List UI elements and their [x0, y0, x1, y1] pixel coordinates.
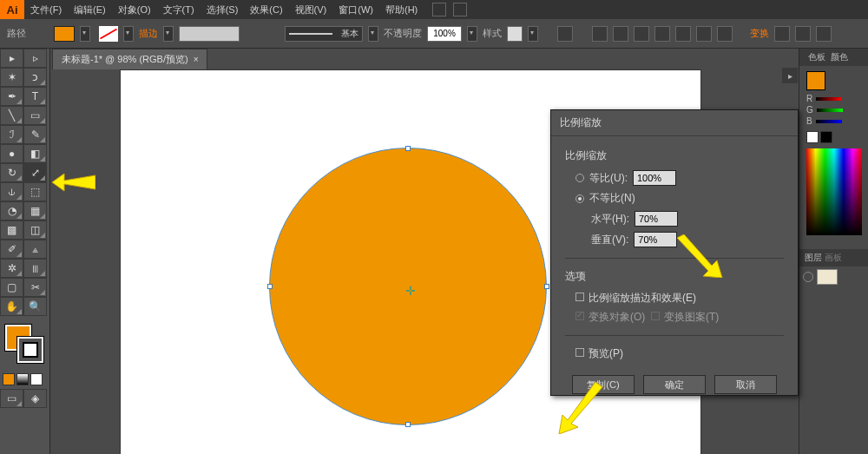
cancel-button[interactable]: 取消 — [714, 375, 777, 394]
opacity-input[interactable]: 100% — [427, 26, 462, 42]
layer-visibility-icon[interactable] — [803, 272, 813, 282]
copy-button[interactable]: 复制(C) — [572, 375, 635, 394]
free-transform-tool[interactable]: ⬚ — [23, 182, 47, 201]
panel-collapse-icon[interactable]: ▸ — [782, 68, 798, 83]
scale-strokes-checkbox[interactable] — [575, 293, 584, 301]
anchor-bottom[interactable] — [405, 422, 411, 427]
align-3-icon[interactable] — [634, 26, 649, 42]
menu-file[interactable]: 文件(F) — [24, 3, 68, 16]
align-1-icon[interactable] — [592, 26, 608, 42]
horizontal-input[interactable]: 70% — [635, 211, 678, 227]
layout-icon[interactable] — [432, 3, 446, 16]
anchor-left[interactable] — [267, 284, 273, 289]
perspective-tool[interactable]: ▦ — [23, 201, 47, 220]
brush-profile[interactable]: 基本 — [285, 26, 363, 42]
swatches-tab[interactable]: 色板 — [808, 51, 825, 63]
gradient-tool[interactable]: ◫ — [23, 220, 47, 240]
align-5-icon[interactable] — [675, 26, 691, 42]
graph-tool[interactable]: ⫼ — [23, 259, 47, 278]
symbol-sprayer-tool[interactable]: ✲ — [0, 259, 23, 278]
g-slider[interactable] — [817, 109, 843, 112]
line-tool[interactable]: ╲ — [0, 106, 23, 125]
panel-black-icon[interactable] — [820, 131, 832, 143]
layer-row[interactable] — [799, 266, 868, 287]
align-6-icon[interactable] — [696, 26, 712, 42]
slice-tool[interactable]: ✂ — [23, 278, 47, 297]
stroke-label[interactable]: 描边 — [139, 27, 158, 40]
b-slider[interactable] — [816, 120, 842, 123]
scale-tool[interactable]: ⤢ — [23, 163, 47, 182]
panel-fill-swatch[interactable] — [806, 71, 825, 90]
menu-help[interactable]: 帮助(H) — [379, 3, 424, 16]
anchor-top[interactable] — [405, 146, 411, 151]
color-tab[interactable]: 颜色 — [831, 51, 848, 63]
artboards-tab[interactable]: 画板 — [825, 253, 842, 262]
align-7-icon[interactable] — [717, 26, 733, 42]
align-2-icon[interactable] — [613, 26, 628, 42]
shape-builder-tool[interactable]: ◔ — [0, 201, 23, 220]
artboard-tool[interactable]: ▢ — [0, 278, 23, 297]
gradient-mode-icon[interactable] — [16, 373, 29, 385]
panel-none-icon[interactable] — [806, 131, 819, 143]
menu-type[interactable]: 文字(T) — [157, 3, 201, 16]
magic-wand-tool[interactable]: ✶ — [0, 68, 23, 87]
mesh-tool[interactable]: ▩ — [0, 220, 23, 240]
menu-object[interactable]: 对象(O) — [112, 3, 157, 16]
stroke-weight-field[interactable] — [179, 26, 240, 42]
fill-stroke-block[interactable] — [0, 319, 49, 378]
stroke-none-swatch[interactable] — [99, 26, 118, 42]
rotate-tool[interactable]: ↻ — [0, 163, 23, 182]
hand-tool[interactable]: ✋ — [0, 297, 23, 316]
color-mode-icon[interactable] — [3, 373, 15, 385]
transform-icon-2[interactable] — [795, 26, 811, 42]
screen-mode-tool[interactable]: ▭ — [0, 389, 23, 408]
width-tool[interactable]: ⫝ — [0, 182, 23, 201]
pencil-tool[interactable]: ✎ — [23, 125, 47, 144]
paintbrush-tool[interactable]: ℐ — [0, 125, 23, 144]
fill-swatch[interactable] — [54, 26, 75, 42]
menu-window[interactable]: 窗口(W) — [332, 3, 379, 16]
rectangle-tool[interactable]: ▭ — [23, 106, 47, 125]
nonuniform-radio[interactable] — [575, 194, 584, 203]
lasso-tool[interactable]: ɔ — [23, 68, 47, 87]
preview-checkbox[interactable] — [575, 348, 584, 357]
menu-effect[interactable]: 效果(C) — [244, 3, 288, 16]
close-tab-icon[interactable]: × — [194, 55, 199, 64]
document-tab[interactable]: 未标题-1* @ 98% (RGB/预览) × — [52, 49, 207, 69]
pen-tool[interactable]: ✒ — [0, 87, 23, 106]
r-slider[interactable] — [816, 97, 842, 101]
draw-mode-tool[interactable]: ◈ — [23, 389, 47, 408]
uniform-input[interactable]: 100% — [633, 170, 676, 186]
eraser-tool[interactable]: ◧ — [23, 144, 47, 163]
blob-brush-tool[interactable]: ● — [0, 144, 23, 163]
type-tool[interactable]: T — [23, 87, 47, 106]
direct-selection-tool[interactable]: ▹ — [23, 49, 47, 68]
brush-dd[interactable] — [368, 26, 378, 42]
stroke-color[interactable] — [17, 337, 43, 363]
menu-edit[interactable]: 编辑(E) — [68, 3, 112, 16]
anchor-right[interactable] — [544, 284, 549, 289]
opacity-dd[interactable] — [467, 26, 477, 42]
transform-icon-3[interactable] — [816, 26, 832, 42]
menu-select[interactable]: 选择(S) — [201, 3, 245, 16]
ok-button[interactable]: 确定 — [643, 375, 706, 394]
stroke-dropdown[interactable] — [123, 26, 134, 42]
none-mode-icon[interactable] — [30, 373, 43, 385]
arrange-icon[interactable] — [453, 3, 467, 16]
vertical-input[interactable]: 70% — [634, 232, 677, 247]
color-spectrum[interactable] — [806, 148, 862, 235]
menu-view[interactable]: 视图(V) — [289, 3, 333, 16]
style-swatch[interactable] — [507, 26, 523, 42]
transform-link[interactable]: 变换 — [750, 27, 769, 40]
eyedropper-tool[interactable]: ✐ — [0, 240, 23, 259]
uniform-radio[interactable] — [575, 174, 584, 182]
zoom-tool[interactable]: 🔍 — [23, 297, 47, 316]
blend-tool[interactable]: ⟁ — [23, 240, 47, 259]
align-4-icon[interactable] — [654, 26, 670, 42]
stroke-weight-dd[interactable] — [163, 26, 174, 42]
style-dd[interactable] — [528, 26, 538, 42]
fill-dropdown[interactable] — [80, 26, 90, 42]
selection-tool[interactable]: ▸ — [0, 49, 23, 68]
transform-icon-1[interactable] — [774, 26, 790, 42]
recolor-icon[interactable] — [557, 26, 573, 42]
